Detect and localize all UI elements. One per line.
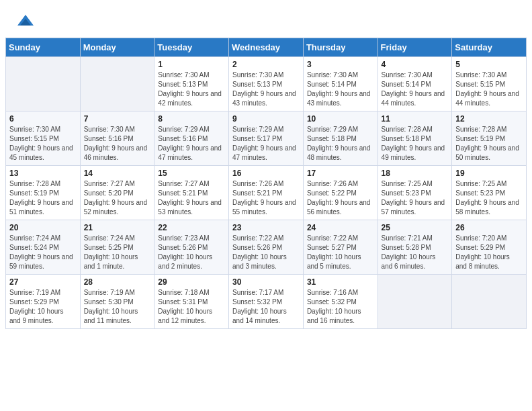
- sunrise-text: Sunrise: 7:30 AM: [232, 71, 283, 79]
- day-info: Sunrise: 7:30 AM Sunset: 5:13 PM Dayligh…: [232, 71, 300, 108]
- day-info: Sunrise: 7:28 AM Sunset: 5:19 PM Dayligh…: [455, 125, 523, 163]
- weekday-header-cell: Thursday: [303, 38, 378, 57]
- day-info: Sunrise: 7:30 AM Sunset: 5:15 PM Dayligh…: [9, 125, 77, 163]
- sunrise-text: Sunrise: 7:28 AM: [455, 126, 506, 133]
- day-number: 5: [455, 60, 523, 69]
- daylight-text: Daylight: 10 hours and 16 minutes.: [307, 308, 361, 324]
- daylight-text: Daylight: 9 hours and 52 minutes.: [84, 199, 148, 216]
- calendar-day-cell: 25 Sunrise: 7:21 AM Sunset: 5:28 PM Dayl…: [378, 220, 452, 275]
- daylight-text: Daylight: 10 hours and 12 minutes.: [158, 308, 212, 324]
- daylight-text: Daylight: 10 hours and 3 minutes.: [232, 253, 287, 270]
- calendar-day-cell: 26 Sunrise: 7:20 AM Sunset: 5:29 PM Dayl…: [452, 220, 527, 275]
- calendar-day-cell: 28 Sunrise: 7:19 AM Sunset: 5:30 PM Dayl…: [80, 275, 154, 329]
- calendar-day-cell: 1 Sunrise: 7:30 AM Sunset: 5:13 PM Dayli…: [154, 57, 229, 111]
- daylight-text: Daylight: 9 hours and 47 minutes.: [232, 144, 296, 161]
- day-number: 12: [455, 114, 523, 124]
- daylight-text: Daylight: 9 hours and 44 minutes.: [382, 90, 445, 107]
- calendar-week-row: 6 Sunrise: 7:30 AM Sunset: 5:15 PM Dayli…: [6, 111, 527, 166]
- sunset-text: Sunset: 5:28 PM: [382, 244, 431, 251]
- sunrise-text: Sunrise: 7:30 AM: [158, 71, 209, 79]
- day-info: Sunrise: 7:30 AM Sunset: 5:14 PM Dayligh…: [307, 71, 374, 108]
- sunset-text: Sunset: 5:32 PM: [307, 298, 357, 306]
- day-info: Sunrise: 7:30 AM Sunset: 5:14 PM Dayligh…: [382, 71, 449, 108]
- calendar-day-cell: 17 Sunrise: 7:26 AM Sunset: 5:22 PM Dayl…: [303, 166, 378, 220]
- day-number: 7: [84, 114, 151, 124]
- day-number: 4: [382, 60, 449, 69]
- sunset-text: Sunset: 5:15 PM: [455, 81, 505, 88]
- sunrise-text: Sunrise: 7:30 AM: [9, 126, 60, 133]
- day-number: 30: [232, 277, 300, 287]
- day-number: 1: [158, 60, 225, 69]
- sunset-text: Sunset: 5:16 PM: [84, 135, 134, 142]
- page-header: [0, 0, 532, 38]
- day-info: Sunrise: 7:29 AM Sunset: 5:16 PM Dayligh…: [158, 125, 225, 163]
- day-info: Sunrise: 7:18 AM Sunset: 5:31 PM Dayligh…: [158, 288, 225, 326]
- calendar-day-cell: 15 Sunrise: 7:27 AM Sunset: 5:21 PM Dayl…: [154, 166, 229, 220]
- calendar-day-cell: [378, 275, 452, 329]
- calendar-week-row: 20 Sunrise: 7:24 AM Sunset: 5:24 PM Dayl…: [6, 220, 527, 275]
- sunset-text: Sunset: 5:29 PM: [9, 298, 59, 306]
- sunset-text: Sunset: 5:20 PM: [84, 189, 134, 197]
- daylight-text: Daylight: 9 hours and 46 minutes.: [84, 144, 148, 161]
- logo: [16, 12, 38, 31]
- day-number: 18: [382, 169, 449, 178]
- sunset-text: Sunset: 5:23 PM: [455, 189, 505, 197]
- sunset-text: Sunset: 5:16 PM: [158, 135, 208, 142]
- sunset-text: Sunset: 5:14 PM: [382, 81, 431, 88]
- sunrise-text: Sunrise: 7:19 AM: [9, 289, 60, 296]
- day-number: 25: [382, 223, 449, 232]
- sunset-text: Sunset: 5:17 PM: [232, 135, 282, 142]
- day-number: 6: [9, 114, 77, 124]
- calendar-day-cell: [6, 57, 81, 111]
- day-number: 13: [9, 169, 77, 178]
- sunset-text: Sunset: 5:18 PM: [307, 135, 357, 142]
- sunset-text: Sunset: 5:14 PM: [307, 81, 357, 88]
- weekday-header-cell: Saturday: [452, 38, 527, 57]
- weekday-header-cell: Wednesday: [229, 38, 304, 57]
- weekday-header-cell: Sunday: [6, 38, 81, 57]
- sunrise-text: Sunrise: 7:25 AM: [382, 180, 433, 187]
- sunset-text: Sunset: 5:19 PM: [9, 189, 59, 197]
- sunrise-text: Sunrise: 7:27 AM: [158, 180, 209, 187]
- day-number: 8: [158, 114, 225, 124]
- day-info: Sunrise: 7:16 AM Sunset: 5:32 PM Dayligh…: [307, 288, 374, 326]
- daylight-text: Daylight: 9 hours and 58 minutes.: [455, 199, 519, 216]
- day-number: 21: [84, 223, 151, 232]
- sunset-text: Sunset: 5:24 PM: [9, 244, 59, 251]
- sunset-text: Sunset: 5:13 PM: [232, 81, 282, 88]
- sunset-text: Sunset: 5:21 PM: [158, 189, 208, 197]
- day-number: 29: [158, 277, 225, 287]
- daylight-text: Daylight: 9 hours and 45 minutes.: [9, 144, 73, 161]
- day-info: Sunrise: 7:19 AM Sunset: 5:30 PM Dayligh…: [84, 288, 151, 326]
- day-number: 17: [307, 169, 374, 178]
- sunrise-text: Sunrise: 7:28 AM: [382, 126, 433, 133]
- sunset-text: Sunset: 5:30 PM: [84, 298, 134, 306]
- sunset-text: Sunset: 5:23 PM: [382, 189, 431, 197]
- calendar-day-cell: [452, 275, 527, 329]
- calendar-day-cell: 19 Sunrise: 7:25 AM Sunset: 5:23 PM Dayl…: [452, 166, 527, 220]
- day-info: Sunrise: 7:23 AM Sunset: 5:26 PM Dayligh…: [158, 234, 225, 271]
- daylight-text: Daylight: 9 hours and 42 minutes.: [158, 90, 222, 107]
- sunrise-text: Sunrise: 7:23 AM: [158, 234, 209, 242]
- calendar-day-cell: 13 Sunrise: 7:28 AM Sunset: 5:19 PM Dayl…: [6, 166, 81, 220]
- sunrise-text: Sunrise: 7:22 AM: [232, 234, 283, 242]
- sunset-text: Sunset: 5:19 PM: [455, 135, 505, 142]
- daylight-text: Daylight: 10 hours and 6 minutes.: [382, 253, 436, 270]
- day-number: 27: [9, 277, 77, 287]
- day-info: Sunrise: 7:27 AM Sunset: 5:21 PM Dayligh…: [158, 179, 225, 217]
- sunset-text: Sunset: 5:21 PM: [232, 189, 282, 197]
- sunset-text: Sunset: 5:13 PM: [158, 81, 208, 88]
- day-number: 16: [232, 169, 300, 178]
- day-number: 11: [382, 114, 449, 124]
- calendar-day-cell: 7 Sunrise: 7:30 AM Sunset: 5:16 PM Dayli…: [80, 111, 154, 166]
- sunset-text: Sunset: 5:15 PM: [9, 135, 59, 142]
- calendar-day-cell: 18 Sunrise: 7:25 AM Sunset: 5:23 PM Dayl…: [378, 166, 452, 220]
- calendar-day-cell: 29 Sunrise: 7:18 AM Sunset: 5:31 PM Dayl…: [154, 275, 229, 329]
- calendar-day-cell: 30 Sunrise: 7:17 AM Sunset: 5:32 PM Dayl…: [229, 275, 304, 329]
- day-info: Sunrise: 7:26 AM Sunset: 5:21 PM Dayligh…: [232, 179, 300, 217]
- sunrise-text: Sunrise: 7:22 AM: [307, 234, 358, 242]
- sunrise-text: Sunrise: 7:27 AM: [84, 180, 135, 187]
- calendar-day-cell: 24 Sunrise: 7:22 AM Sunset: 5:27 PM Dayl…: [303, 220, 378, 275]
- day-number: 24: [307, 223, 374, 232]
- sunset-text: Sunset: 5:29 PM: [455, 244, 505, 251]
